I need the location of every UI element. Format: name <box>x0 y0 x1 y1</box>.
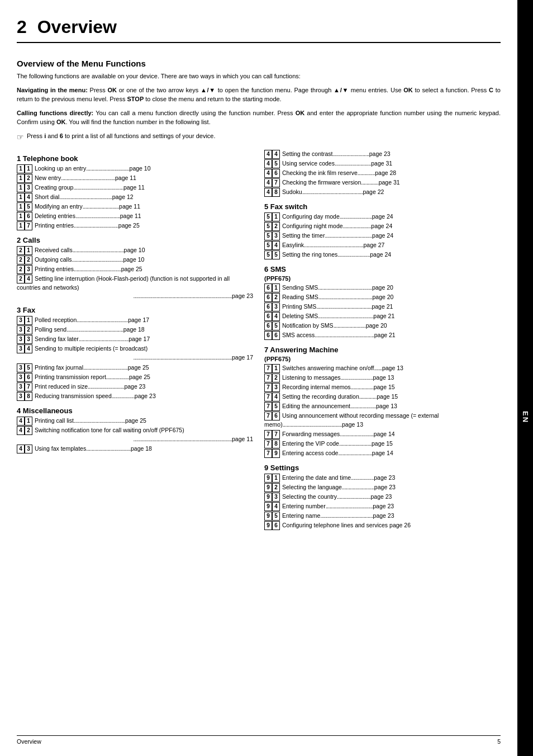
list-item: 63 Printing SMS.........................… <box>264 303 501 311</box>
list-item: 46 Checking the ink film reserve........… <box>264 169 501 178</box>
item-text: Checking the ink film reserve...........… <box>282 169 501 177</box>
list-item: 79 Entering access code.................… <box>264 449 501 458</box>
item-text: Editing the announcement................… <box>282 402 501 410</box>
item-text: Setting the contrast....................… <box>282 150 501 158</box>
item-text: Printing transmission report............… <box>35 373 253 381</box>
item-keys: 33 <box>17 335 32 344</box>
section-settings: 9 Settings 91 Entering the date and time… <box>264 464 501 530</box>
item-keys: 44 <box>264 150 280 159</box>
item-keys: 34 <box>17 344 32 353</box>
footer: Overview 5 <box>17 735 501 745</box>
intro-paragraph-2: Navigating in the menu: Press OK or one … <box>17 86 501 104</box>
list-item: 23 Printing entries.....................… <box>17 265 253 274</box>
item-keys: 22 <box>17 256 32 264</box>
left-column: 1 Telephone book 11 Looking up an entry.… <box>17 150 253 730</box>
item-text: Deleting SMS............................… <box>282 312 501 320</box>
item-keys: 24 <box>17 275 32 284</box>
item-keys: 17 <box>17 221 32 230</box>
item-text: Notification by SMS.....................… <box>282 322 501 330</box>
item-text: Sending SMS.............................… <box>282 284 501 292</box>
list-item: 48 Sudoku...............................… <box>264 188 501 197</box>
section-title-7: 7 Answering Machine <box>264 346 501 354</box>
item-keys: 52 <box>264 222 280 231</box>
list-item: 92 Selecting the language...............… <box>264 483 501 492</box>
section-title-3: 3 Fax <box>17 306 253 314</box>
tip-box: ☞ Press i and 6 to print a list of all f… <box>17 131 501 143</box>
item-text: Entering access code....................… <box>282 449 501 457</box>
item-keys: 38 <box>17 392 32 401</box>
item-text: Configuring day mode....................… <box>282 212 501 221</box>
item-keys: 53 <box>264 231 280 240</box>
item-keys: 95 <box>264 512 280 521</box>
item-text: Entering the VIP code...................… <box>282 440 501 448</box>
item-text: Entering the date and time..............… <box>282 474 501 482</box>
list-item: 41 Printing call list...................… <box>17 417 253 426</box>
item-keys: 14 <box>17 193 32 202</box>
item-keys: 77 <box>264 430 280 439</box>
item-keys: 64 <box>264 312 280 321</box>
item-keys: 61 <box>264 284 280 292</box>
list-item: 66 SMS access...........................… <box>264 331 501 340</box>
list-item: 16 Deleting entries.....................… <box>17 212 253 221</box>
item-text: Printing entries........................… <box>35 221 253 230</box>
section-answering-machine: 7 Answering Machine (PPF675) 71 Switches… <box>264 346 501 458</box>
section-misc-cont: 44 Setting the contrast.................… <box>264 150 501 197</box>
section-calls: 2 Calls 21 Received calls...............… <box>17 236 253 301</box>
list-item: 42Switching notification tone for call w… <box>17 426 253 443</box>
item-keys: 21 <box>17 246 32 255</box>
item-text: Printing entries........................… <box>35 265 253 273</box>
list-item: 31 Polled reception.....................… <box>17 316 253 325</box>
columns-container: 1 Telephone book 11 Looking up an entry.… <box>17 150 501 730</box>
list-item: 62 Reading SMS..........................… <box>264 293 501 302</box>
item-keys: 62 <box>264 293 280 302</box>
section-title-4: 4 Miscellaneous <box>17 407 253 415</box>
item-text: Using announcement without recording mes… <box>264 412 439 428</box>
item-text: Sending to multiple recipients (= broadc… <box>35 345 147 352</box>
list-item: 53 Setting the timer....................… <box>264 231 501 240</box>
item-text: Reducing transmission speed.............… <box>35 392 253 400</box>
tip-text: Press i and 6 to print a list of all fun… <box>27 131 216 141</box>
item-keys: 32 <box>17 325 32 334</box>
list-item: 47 Checking the firmware version........… <box>264 178 501 187</box>
list-item: 37 Print reduced in size................… <box>17 382 253 391</box>
item-keys: 55 <box>264 251 280 259</box>
right-column: 44 Setting the contrast.................… <box>264 150 501 730</box>
item-text: Creating group..........................… <box>35 183 253 192</box>
list-item: 91 Entering the date and time...........… <box>264 474 501 483</box>
list-item: 33 Sending fax later....................… <box>17 335 253 344</box>
list-item: 15 Modifying an entry...................… <box>17 202 253 211</box>
chapter-title: 2 Overview <box>17 17 501 43</box>
item-text: Selecting the language..................… <box>282 483 501 492</box>
list-item: 94 Entering number......................… <box>264 502 501 511</box>
section-telephone-book: 1 Telephone book 11 Looking up an entry.… <box>17 154 253 230</box>
list-item: 32 Polling send.........................… <box>17 325 253 334</box>
list-item: 74 Setting the recording duration.......… <box>264 393 501 401</box>
item-text: Printing SMS............................… <box>282 303 501 311</box>
item-text: Modifying an entry......................… <box>35 202 253 211</box>
item-keys: 75 <box>264 402 280 411</box>
list-item: 43 Using fax templates..................… <box>17 445 253 453</box>
list-item: 35 Printing fax journal.................… <box>17 363 253 372</box>
item-keys: 73 <box>264 383 280 392</box>
list-item: 36 Printing transmission report.........… <box>17 373 253 382</box>
section-miscellaneous: 4 Miscellaneous 41 Printing call list...… <box>17 407 253 453</box>
list-item: 24Setting line interruption (Hook-Flash-… <box>17 275 253 301</box>
item-keys: 16 <box>17 212 32 221</box>
section-title-5: 5 Fax switch <box>264 202 501 211</box>
section-subtitle-7: (PPF675) <box>264 356 501 362</box>
item-text: Forwarding messages.....................… <box>282 430 501 438</box>
list-item: 55 Setting the ring tones...............… <box>264 251 501 259</box>
list-item: 96 Configuring telephone lines and servi… <box>264 521 501 530</box>
item-text: Reading SMS.............................… <box>282 293 501 301</box>
en-tab: EN <box>517 0 533 756</box>
item-keys: 76 <box>264 412 280 420</box>
item-text: SMS access..............................… <box>282 331 501 339</box>
item-text: Short dial..............................… <box>35 193 253 201</box>
list-item: 73 Recording internal memos.............… <box>264 383 501 392</box>
footer-left-label: Overview <box>17 738 41 745</box>
item-keys: 65 <box>264 322 280 330</box>
item-text: Polling send............................… <box>35 325 253 334</box>
list-item: 14 Short dial...........................… <box>17 193 253 202</box>
item-text: Using fax templates.....................… <box>35 445 253 453</box>
page: 2 Overview Overview of the Menu Function… <box>0 0 533 756</box>
